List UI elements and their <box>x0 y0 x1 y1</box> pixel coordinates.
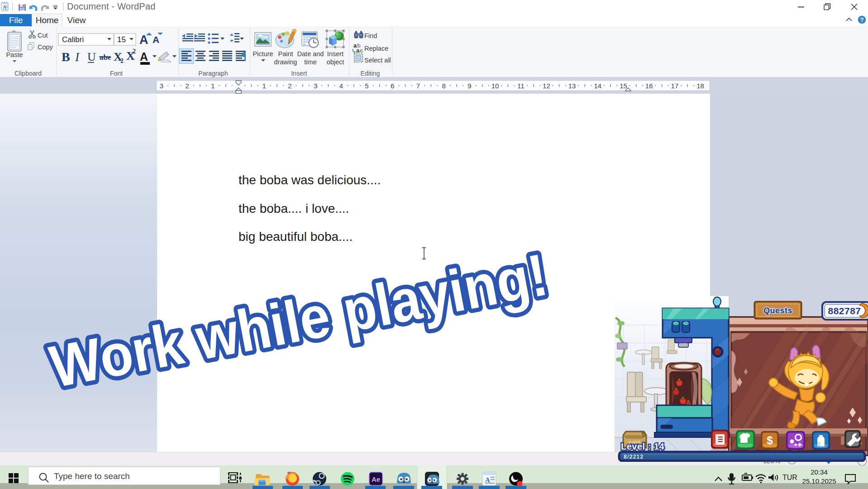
svg-text:17: 17 <box>671 82 679 90</box>
svg-text:13: 13 <box>568 82 576 90</box>
svg-text:drawing: drawing <box>274 58 297 66</box>
svg-text:14: 14 <box>594 82 601 90</box>
svg-text:9: 9 <box>467 82 471 90</box>
svg-text:I: I <box>75 50 80 64</box>
svg-text:Cut: Cut <box>38 32 48 39</box>
svg-text:2: 2 <box>120 58 124 64</box>
svg-text:4: 4 <box>339 82 343 90</box>
svg-text:Insert: Insert <box>327 50 343 58</box>
svg-text:?: ? <box>860 16 864 24</box>
svg-text:3: 3 <box>314 82 317 90</box>
svg-text:18: 18 <box>696 82 704 90</box>
svg-text:Paint: Paint <box>278 50 293 58</box>
svg-text:B: B <box>62 50 70 64</box>
svg-text:2: 2 <box>288 82 291 90</box>
svg-text:A: A <box>140 50 148 63</box>
svg-text:Paste: Paste <box>6 51 23 58</box>
svg-text:Quests: Quests <box>763 306 792 315</box>
svg-text:Copy: Copy <box>38 43 53 51</box>
svg-text:1: 1 <box>211 82 215 90</box>
svg-text:10: 10 <box>491 82 499 90</box>
svg-text:A: A <box>485 476 490 484</box>
svg-text:Find: Find <box>364 32 377 39</box>
svg-text:15: 15 <box>620 82 627 90</box>
svg-text:object: object <box>327 58 344 66</box>
svg-text:2: 2 <box>133 48 136 55</box>
svg-text:12: 12 <box>543 82 550 90</box>
svg-text:2: 2 <box>185 82 189 90</box>
svg-text:Ae: Ae <box>372 475 380 483</box>
svg-text:a: a <box>356 47 360 54</box>
svg-text:Level : 14: Level : 14 <box>621 441 665 451</box>
svg-text:3: 3 <box>160 82 163 90</box>
svg-text:8: 8 <box>442 82 445 90</box>
svg-text:time: time <box>304 58 316 66</box>
svg-text:U: U <box>87 50 96 63</box>
svg-text:Replace: Replace <box>364 45 388 52</box>
svg-text:A: A <box>153 34 159 45</box>
svg-text:Picture: Picture <box>253 50 273 58</box>
svg-text:$: $ <box>767 434 773 446</box>
svg-text:6: 6 <box>391 82 394 90</box>
svg-text:1: 1 <box>262 82 266 90</box>
svg-text:Select all: Select all <box>364 57 391 64</box>
svg-text:16: 16 <box>645 82 653 90</box>
svg-text:882787: 882787 <box>828 306 861 316</box>
svg-text:7: 7 <box>416 82 420 90</box>
svg-text:11: 11 <box>517 82 525 90</box>
svg-text:15: 15 <box>117 35 126 44</box>
svg-text:Date and: Date and <box>297 50 324 58</box>
svg-text:5: 5 <box>365 82 368 90</box>
svg-text:Calibri: Calibri <box>62 35 84 44</box>
svg-text:8/2212: 8/2212 <box>624 454 644 460</box>
svg-text:Work while playing!: Work while playing! <box>45 241 553 400</box>
svg-text:c: c <box>360 47 363 54</box>
